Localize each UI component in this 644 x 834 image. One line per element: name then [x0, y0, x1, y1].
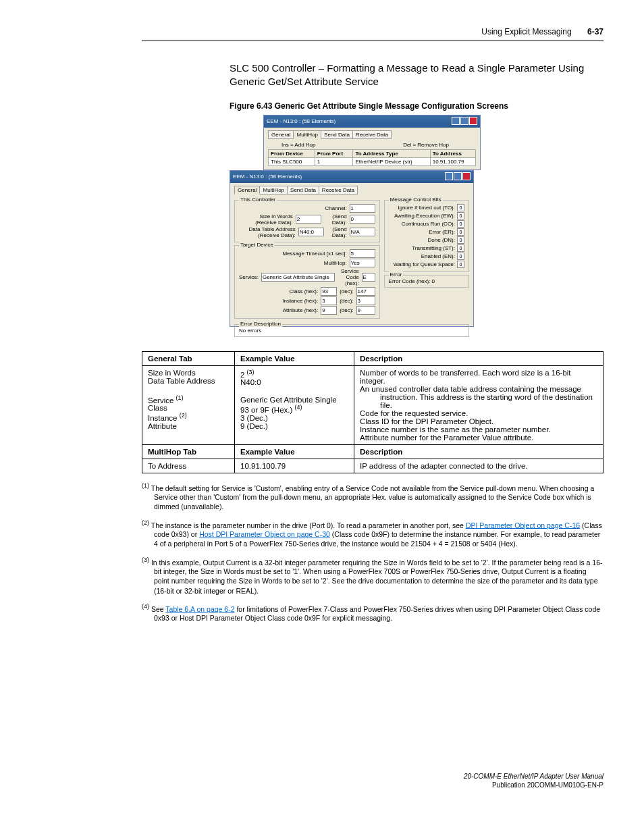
cell: Number of words to be transferred. Each … [360, 369, 571, 385]
timeout-field[interactable] [350, 249, 375, 258]
channel-field[interactable] [350, 204, 375, 213]
error-code: Error Code (hex): 0 [389, 278, 464, 284]
cell: 10.91.100.79 [235, 459, 354, 473]
cell: IP address of the adapter connected to t… [354, 459, 603, 473]
link-dpi-param-obj[interactable]: DPI Parameter Object on page C-16 [466, 521, 580, 529]
dta-field[interactable] [298, 228, 324, 236]
inst-dec-field[interactable] [356, 296, 375, 305]
tab-general[interactable]: General [268, 130, 294, 139]
tab-receivedata[interactable]: Receive Data [319, 186, 358, 194]
lbl: Message Timeout [x1 sec]: [282, 251, 346, 257]
general-tab-table: General Tab Example Value Description Si… [142, 351, 603, 473]
multihop-table: From Device From Port To Address Type To… [268, 149, 476, 166]
lbl: (Send Data): [327, 226, 347, 238]
tab-general[interactable]: General [234, 186, 260, 194]
th: MultiHop Tab [142, 444, 235, 459]
footnote-1: The default setting for Service is 'Cust… [151, 484, 595, 511]
multihop-field[interactable] [350, 259, 375, 267]
bit-value: 0 [457, 228, 464, 236]
cell: Attribute number for the Parameter Value… [360, 434, 533, 442]
error-desc-text: No errors [239, 328, 464, 334]
window-titlebar: EEM - N13:0 : (58 Elements) [264, 115, 480, 128]
group-this-controller: This Controller Channel: Size in Words (… [234, 200, 380, 242]
footnote-4a: See [151, 604, 165, 613]
senddata2-field[interactable] [350, 228, 375, 236]
link-host-dpi-param-obj[interactable]: Host DPI Parameter Object on page C-30 [199, 530, 330, 538]
tabs[interactable]: GeneralMultiHopSend DataReceive Data [234, 186, 469, 194]
page-footer: 20-COMM-E EtherNet/IP Adapter User Manua… [142, 772, 603, 789]
size-field[interactable] [296, 215, 321, 224]
group-legend: Error Description [239, 321, 282, 327]
hint-ins: Ins = Add Hop [281, 142, 315, 148]
cell: Class [148, 404, 167, 412]
tab-senddata[interactable]: Send Data [287, 186, 319, 194]
lbl: MultiHop: [324, 260, 347, 266]
th: Example Value [235, 351, 354, 365]
tab-multihop[interactable]: MultiHop [293, 130, 321, 139]
service-field[interactable] [261, 273, 335, 282]
cell: Instance number is the same as the param… [360, 425, 551, 434]
section-title: SLC 500 Controller – Formatting a Messag… [230, 61, 603, 89]
page-header: Using Explicit Messaging 6-37 [142, 27, 603, 41]
bit-label: Done (DN): [428, 237, 455, 243]
lbl: Instance (hex): [282, 298, 318, 304]
bit-value: 0 [457, 212, 464, 219]
cell: N40:0 [240, 378, 261, 386]
header-pageno: 6-37 [587, 27, 603, 36]
window-title: EEM - N13:0 : (58 Elements) [267, 118, 336, 124]
bit-label: Continuous Run (CO): [402, 221, 455, 227]
lbl: (Send Data): [324, 213, 347, 226]
bit-value: 0 [457, 253, 464, 260]
figure-screenshot: EEM - N13:0 : (58 Elements) GeneralMulti… [230, 115, 603, 331]
cell: To Address [142, 459, 235, 473]
lbl: Size in Words (Receive Data): [239, 213, 293, 226]
group-message-control-bits: Message Control Bits Ignore if timed out… [384, 200, 469, 272]
sup: (3) [247, 369, 254, 375]
cell: Data Table Address [148, 377, 215, 385]
sup: (1) [176, 394, 184, 401]
eem-window-general: EEM - N13:0 : (58 Elements) GeneralMulti… [230, 170, 474, 327]
footnotes: (1) The default setting for Service is '… [142, 481, 603, 623]
class-hex-field[interactable] [321, 287, 337, 296]
bit-label: Ignore if timed out (TO): [398, 205, 455, 211]
svccode-field[interactable] [362, 273, 375, 282]
cell: 3 (Dec.) [240, 414, 268, 422]
window-controls[interactable] [451, 117, 477, 126]
cell: Generic Get Attribute Single [240, 396, 337, 404]
table-row[interactable]: This SLC500 1 EtherNet/IP Device (str) 1… [269, 157, 476, 165]
tab-senddata[interactable]: Send Data [321, 130, 353, 139]
lbl: Class (hex): [289, 288, 318, 294]
tab-receivedata[interactable]: Receive Data [352, 130, 392, 139]
attr-hex-field[interactable] [321, 306, 337, 315]
group-legend: Message Control Bits [389, 197, 443, 203]
col-to-addr-type: To Address Type [353, 149, 430, 157]
bit-label: Enabled (EN): [421, 253, 455, 259]
bit-value: 0 [457, 204, 464, 211]
attr-dec-field[interactable] [356, 306, 375, 315]
footnote-3: In this example, Output Current is a 32-… [151, 558, 603, 595]
cell: EtherNet/IP Device (str) [353, 157, 430, 165]
window-controls[interactable] [444, 172, 471, 182]
tabs[interactable]: GeneralMultiHopSend DataReceive Data [268, 130, 476, 139]
inst-hex-field[interactable] [321, 296, 337, 305]
class-dec-field[interactable] [356, 287, 375, 296]
lbl: Service: [239, 274, 259, 280]
cell: 93 or 9F (Hex.) [240, 406, 295, 414]
lbl: Attribute (hex): [283, 307, 318, 313]
col-from-device: From Device [269, 149, 315, 157]
senddata-field[interactable] [350, 215, 375, 224]
lbl: (dec): [340, 288, 353, 294]
lbl: Channel: [325, 205, 347, 211]
tab-multihop[interactable]: MultiHop [259, 186, 288, 194]
th: Description [354, 351, 603, 365]
cell: 10.91.100.79 [430, 157, 475, 165]
cell: Service [148, 396, 176, 404]
group-error: Error Error Code (hex): 0 [384, 275, 469, 288]
link-table-6a[interactable]: Table 6.A on page 6-2 [165, 604, 234, 613]
window-title: EEM - N13:0 : (58 Elements) [233, 174, 302, 180]
table-row: To Address 10.91.100.79 IP address of th… [142, 459, 603, 473]
lbl: Data Table Address (Receive Data): [239, 226, 296, 238]
sup: (4) [295, 404, 302, 411]
cell: Class ID for the DPI Parameter Object. [360, 417, 493, 425]
cell: Code for the requested service. [360, 409, 468, 417]
